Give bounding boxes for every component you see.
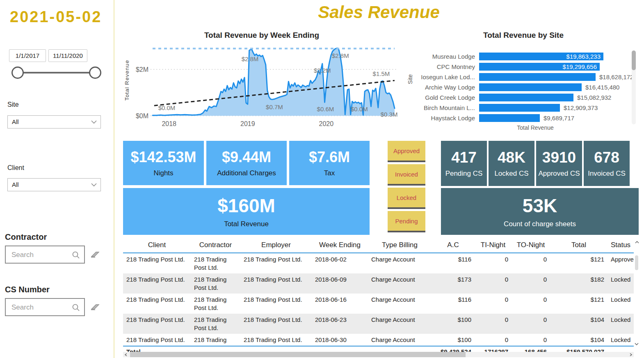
cell-to_night: 0 bbox=[512, 314, 550, 334]
column-header-to-night[interactable]: TO-Night bbox=[512, 237, 550, 253]
chevron-right-icon[interactable] bbox=[629, 353, 633, 356]
kpi-card-invoiced-cs: 678Invoiced CS bbox=[584, 141, 630, 186]
bar[interactable] bbox=[479, 114, 540, 122]
bar[interactable]: $19,863,233 bbox=[479, 53, 603, 60]
bar-chart-x-axis-label: Total Revenue bbox=[455, 124, 615, 131]
bar-row[interactable]: Archie Way Lodge$16,415,480 bbox=[406, 82, 623, 92]
table-vertical-scrollbar-thumb[interactable] bbox=[635, 255, 638, 270]
contractor-search-input[interactable] bbox=[11, 246, 70, 264]
column-header-type-billing[interactable]: Type Billing bbox=[368, 237, 432, 253]
cell-type_billing: Charge Account bbox=[368, 253, 432, 273]
cell-week_ending: 2018-06-02 bbox=[312, 253, 368, 273]
sort-ascending-icon[interactable] bbox=[635, 241, 639, 244]
y-axis-tick: $0M bbox=[136, 112, 148, 119]
sidebar-divider bbox=[114, 0, 114, 358]
table-row[interactable]: 218 Trading Post Ltd.218 Trading Post Lt… bbox=[123, 334, 634, 346]
dashboard-root: 2021-05-02 Site All Client All Contracto… bbox=[0, 0, 644, 358]
bar-category-label: Archie Way Lodge bbox=[406, 84, 479, 91]
column-header-client[interactable]: Client bbox=[123, 237, 191, 253]
bar-category-label: CPC Montney bbox=[406, 63, 479, 70]
cs-number-eraser-icon[interactable] bbox=[90, 303, 101, 311]
kpi-value: $7.6M bbox=[309, 149, 350, 166]
status-filter-button-locked[interactable]: Locked bbox=[388, 188, 425, 209]
contractor-label: Contractor bbox=[5, 232, 47, 242]
bar-row[interactable]: Birch Mountain L...$12,909,373 bbox=[406, 103, 623, 113]
status-filter-button-approved[interactable]: Approved bbox=[388, 141, 425, 162]
contractor-search[interactable] bbox=[5, 246, 85, 264]
bar[interactable] bbox=[479, 73, 596, 81]
bar-row[interactable]: Iosegun Lake Lod...$18,628,172 bbox=[406, 72, 623, 82]
client-label: Client bbox=[7, 164, 24, 172]
cell-ac: $173 bbox=[432, 273, 475, 294]
date-to-input[interactable] bbox=[48, 49, 87, 62]
cs-number-search-input[interactable] bbox=[11, 299, 70, 316]
column-header-week-ending[interactable]: Week Ending bbox=[312, 237, 368, 253]
cell-status: Locked bbox=[607, 273, 634, 294]
column-header-ti-night[interactable]: TI-Night bbox=[475, 237, 512, 253]
data-point-label: $0.6M bbox=[317, 106, 334, 112]
kpi-value: 48K bbox=[498, 149, 525, 166]
bar[interactable] bbox=[479, 83, 582, 91]
bar-row[interactable]: Musreau Lodge$19,863,233 bbox=[406, 51, 623, 62]
cell-ac: $100 bbox=[432, 314, 475, 334]
table-header-row: ClientContractorEmployerWeek EndingType … bbox=[123, 237, 634, 253]
data-point-label: $1.5M bbox=[373, 70, 390, 77]
cs-number-search[interactable] bbox=[5, 298, 85, 316]
bar-chart-scrollbar-thumb[interactable] bbox=[632, 50, 636, 70]
bar-value-label: $15,082,932 bbox=[577, 94, 611, 101]
kpi-label: Total Revenue bbox=[224, 220, 269, 228]
site-label: Site bbox=[7, 101, 19, 108]
cell-type_billing: Charge Account bbox=[368, 314, 432, 334]
cell-total: $104 bbox=[550, 314, 607, 334]
column-header-total[interactable]: Total bbox=[550, 237, 607, 253]
status-filter-button-pending[interactable]: Pending bbox=[388, 211, 425, 232]
bar[interactable]: $19,299,656 bbox=[479, 63, 600, 71]
bar-category-label: Haystack Lodge bbox=[406, 115, 479, 122]
cell-ti_night: 0 bbox=[475, 314, 512, 334]
table-horizontal-scrollbar-thumb[interactable] bbox=[130, 352, 466, 357]
bar-row[interactable]: Gold Creek Lodge$15,082,932 bbox=[406, 92, 623, 103]
cell-week_ending: 2018-06-16 bbox=[312, 294, 368, 314]
status-filter-button-invoiced[interactable]: Invoiced bbox=[388, 164, 425, 186]
table-row[interactable]: 218 Trading Post Ltd.218 Trading Post Lt… bbox=[123, 273, 634, 294]
date-range-slider-track[interactable] bbox=[17, 72, 95, 73]
column-header-status[interactable]: Status bbox=[607, 237, 634, 253]
column-header-employer[interactable]: Employer bbox=[240, 237, 312, 253]
table-vertical-scrollbar[interactable] bbox=[634, 237, 639, 352]
bar-category-label: Gold Creek Lodge bbox=[406, 94, 479, 101]
slider-handle-start[interactable] bbox=[11, 67, 24, 79]
table-row[interactable]: 218 Trading Post Ltd.218 Trading Post Lt… bbox=[123, 253, 634, 273]
bar-chart-scrollbar[interactable] bbox=[632, 50, 636, 124]
cell-client: 218 Trading Post Ltd. bbox=[123, 314, 191, 334]
bar-row[interactable]: CPC Montney$19,299,656 bbox=[406, 62, 623, 72]
chevron-down-icon[interactable] bbox=[635, 342, 639, 346]
slider-handle-end[interactable] bbox=[89, 67, 101, 79]
cell-employer: 218 Trading Post Ltd. bbox=[240, 314, 312, 334]
table-row[interactable]: 218 Trading Post Ltd.218 Trading Post Lt… bbox=[123, 294, 634, 314]
contractor-eraser-icon[interactable] bbox=[90, 250, 101, 259]
cell-employer: 218 Trading Post Ltd. bbox=[240, 253, 312, 273]
y-axis-tick: $2M bbox=[136, 66, 148, 73]
date-from-input[interactable] bbox=[9, 49, 46, 62]
bar-row[interactable]: Haystack Lodge$9,689,717 bbox=[406, 113, 623, 123]
table-horizontal-scrollbar[interactable] bbox=[123, 352, 634, 357]
client-dropdown[interactable]: All bbox=[7, 178, 101, 191]
bar[interactable] bbox=[479, 104, 560, 112]
kpi-value: 417 bbox=[451, 149, 477, 166]
x-axis-tick: 2019 bbox=[240, 120, 255, 127]
table-row[interactable]: 218 Trading Post Ltd.218 Trading Post Lt… bbox=[123, 314, 634, 334]
area-chart-title: Total Revenue by Week Ending bbox=[123, 31, 400, 40]
site-dropdown[interactable]: All bbox=[7, 115, 101, 129]
bar[interactable] bbox=[479, 94, 573, 101]
site-dropdown-value: All bbox=[12, 118, 19, 125]
column-header-contractor[interactable]: Contractor bbox=[191, 237, 240, 253]
cell-type_billing: Charge Account bbox=[368, 294, 432, 314]
data-point-label: $0.7M bbox=[266, 103, 283, 110]
cell-ac: $116 bbox=[432, 253, 475, 273]
cell-client: 218 Trading Post Ltd. bbox=[123, 273, 191, 294]
kpi-card-nights: $142.53MNights bbox=[123, 141, 204, 185]
column-header-a-c[interactable]: A.C bbox=[432, 237, 475, 253]
chevron-left-icon[interactable] bbox=[124, 353, 128, 356]
cell-total: $104 bbox=[550, 334, 607, 346]
kpi-card-total-revenue: $160MTotal Revenue bbox=[123, 188, 370, 235]
